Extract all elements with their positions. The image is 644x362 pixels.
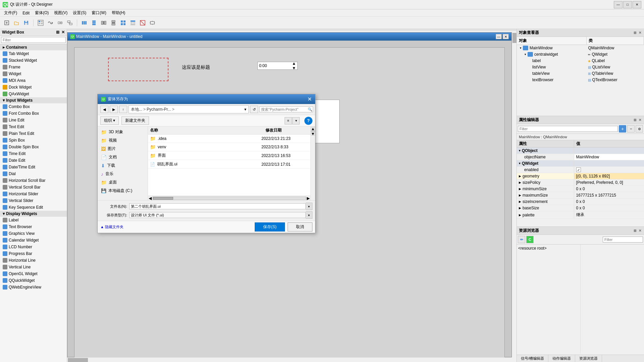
tree-row-mainwindow[interactable]: ▾ MainWindow QMainWindow: [517, 45, 644, 51]
widget-datetime-edit[interactable]: Date/Time Edit: [0, 164, 67, 170]
widget-hscrollbar[interactable]: Horizontal Scroll Bar: [0, 177, 67, 184]
widget-calendar[interactable]: Calendar Widget: [0, 237, 67, 244]
float-btn[interactable]: ⊞: [633, 118, 637, 122]
menu-window[interactable]: 窗口(W): [89, 9, 109, 16]
tab-order-btn[interactable]: [65, 18, 75, 28]
widget-frame[interactable]: Frame: [0, 64, 67, 70]
close-widget-box[interactable]: ✕: [61, 30, 65, 35]
open-button[interactable]: [12, 18, 21, 28]
widget-qaxwidget[interactable]: QAxWidget: [0, 91, 67, 97]
float-btn[interactable]: ⊞: [633, 31, 637, 35]
widget-vline[interactable]: Vertical Line: [0, 264, 67, 270]
prop-row-sizepolicy[interactable]: ▶ sizePolicy [Preferred, Preferred, 0, 0…: [517, 179, 644, 186]
prop-row-sizeincrement[interactable]: ▶ sizeIncrement 0 x 0: [517, 199, 644, 205]
prop-value-field[interactable]: ✓: [574, 167, 644, 173]
prop-value-field[interactable]: 继承: [574, 211, 644, 218]
label-widget[interactable]: 这应该是标题: [182, 64, 210, 70]
widget-dial[interactable]: Dial: [0, 170, 67, 177]
signals-slots-btn[interactable]: [46, 18, 55, 28]
prop-row-minimumsize[interactable]: ▶ minimumSize 0 x 0: [517, 186, 644, 192]
buddy-btn[interactable]: [55, 18, 65, 28]
tab-resource-browser[interactable]: 资源浏览器: [575, 355, 602, 362]
expand-btn[interactable]: ▶: [519, 174, 521, 178]
sidebar-pictures[interactable]: 🖼 图片: [98, 145, 148, 153]
prop-row-palette[interactable]: ▶ palette 继承: [517, 211, 644, 219]
dialog-close-btn[interactable]: ✕: [307, 97, 312, 102]
sidebar-video[interactable]: 📁 视频: [98, 136, 148, 145]
vscroll-thumb[interactable]: [512, 33, 516, 43]
expand-btn[interactable]: ▶: [519, 181, 521, 184]
widget-qwebengine[interactable]: QWebEngineView: [0, 284, 67, 291]
designer-vscroll[interactable]: [512, 32, 516, 357]
filename-dropdown-btn[interactable]: ▾: [306, 203, 312, 210]
prop-row-enabled[interactable]: enabled ✓: [517, 167, 644, 173]
new-folder-btn[interactable]: 新建文件夹: [121, 116, 149, 125]
file-row-venv[interactable]: 📁 venv 2022/2/13 8:33: [148, 143, 310, 151]
widget-progress-bar[interactable]: Progress Bar: [0, 250, 67, 257]
tree-row-listview[interactable]: listView ▤QListView: [517, 64, 644, 70]
filter-options-btn[interactable]: ⚙: [636, 125, 643, 133]
prop-row-maximumsize[interactable]: ▶ maximumSize 16777215 x 16777215: [517, 192, 644, 199]
float-btn[interactable]: ⊞: [633, 229, 637, 232]
prop-value-field[interactable]: 0 x 0: [574, 205, 644, 211]
adjust-size-btn[interactable]: [148, 18, 157, 28]
tree-row-textbrowser[interactable]: textBrowser ▤QTextBrowser: [517, 77, 644, 83]
expand-icon[interactable]: ▾: [518, 46, 523, 50]
splitter-h-btn[interactable]: [99, 18, 108, 28]
widget-hline[interactable]: Horizontal Line: [0, 257, 67, 264]
widget-filter-input[interactable]: [1, 37, 66, 43]
grid-layout-btn[interactable]: [118, 18, 128, 28]
prop-value-field[interactable]: MainWindow: [574, 154, 644, 160]
sidebar-local-disk[interactable]: 💾 本地磁盘 (C:): [98, 187, 148, 195]
prop-category-qwidget[interactable]: ▾ QWidget: [517, 160, 644, 167]
filetype-dropdown-btn[interactable]: ▾: [306, 211, 312, 219]
prop-row-geometry[interactable]: ▶ geometry [(0, 0), 1126 x 892]: [517, 173, 644, 179]
new-button[interactable]: [2, 18, 11, 28]
save-button[interactable]: [21, 18, 31, 28]
menu-view[interactable]: 视图(V): [51, 9, 70, 16]
widget-stacked-widget[interactable]: Stacked Widget: [0, 57, 67, 64]
widget-mdi-area[interactable]: MDI Area: [0, 77, 67, 84]
property-filter-input[interactable]: [518, 126, 618, 132]
refresh-btn[interactable]: C: [526, 236, 534, 243]
expand-btn[interactable]: ▶: [519, 213, 521, 217]
minimize-button[interactable]: —: [614, 1, 623, 8]
enabled-checkbox[interactable]: ✓: [576, 167, 581, 172]
widget-hslider[interactable]: Horizontal Slider: [0, 191, 67, 197]
hscroll-thumb[interactable]: [68, 358, 88, 362]
expand-btn[interactable]: ▶: [519, 187, 521, 191]
float-icon[interactable]: ⊞: [56, 30, 59, 35]
hide-folders-btn[interactable]: ▲ 隐藏文件夹: [100, 224, 123, 229]
breadcrumb-local[interactable]: 本地...: [131, 107, 142, 112]
file-row-idea[interactable]: 📁 .idea 2022/2/13 21:23: [148, 135, 310, 143]
expand-btn[interactable]: ▶: [519, 200, 521, 203]
tree-row-label[interactable]: label ◈QLabel: [517, 58, 644, 64]
help-button[interactable]: ?: [304, 117, 312, 125]
nav-back-btn[interactable]: ◀: [100, 106, 108, 113]
file-row-huluan[interactable]: 📄 胡乱界面.ui 2022/2/13 17:01: [148, 160, 310, 169]
widget-double-spin-box[interactable]: Double Spin Box: [0, 144, 67, 150]
widget-qquick[interactable]: QQuickWidget: [0, 277, 67, 284]
widget-editor-btn[interactable]: [36, 18, 45, 28]
time-edit-widget[interactable]: 0:00 ▲ ▼: [257, 62, 298, 70]
sidebar-music[interactable]: ♪ 音乐: [98, 170, 148, 178]
sidebar-desktop[interactable]: 📁 桌面: [98, 178, 148, 187]
col-name[interactable]: 名称: [148, 126, 263, 134]
organize-btn[interactable]: 组织 ▾: [100, 116, 119, 125]
tree-row-tableview[interactable]: tableView ⊞QTableView: [517, 70, 644, 77]
widget-date-edit[interactable]: Date Edit: [0, 157, 67, 164]
designer-close-btn[interactable]: ✕: [503, 34, 509, 39]
designer-min-btn[interactable]: —: [496, 34, 502, 39]
expand-btn[interactable]: ▶: [519, 206, 521, 210]
file-row-ui[interactable]: 📁 界面 2022/2/13 16:53: [148, 151, 310, 160]
view-list-btn[interactable]: ≡: [285, 117, 292, 124]
nav-up-btn[interactable]: ↑: [119, 106, 127, 113]
widget-key-sequence-edit[interactable]: Key Sequence Edit: [0, 204, 67, 211]
scroll-left-btn[interactable]: ◀: [148, 196, 153, 201]
refresh-nav-btn[interactable]: ↺: [250, 106, 258, 113]
frame-widget[interactable]: [108, 58, 168, 81]
menu-edit[interactable]: Edit: [20, 10, 32, 16]
scroll-right-btn[interactable]: ▶: [306, 196, 310, 201]
widget-combo-box[interactable]: Combo Box: [0, 103, 67, 110]
remove-property-btn[interactable]: −: [627, 125, 635, 133]
